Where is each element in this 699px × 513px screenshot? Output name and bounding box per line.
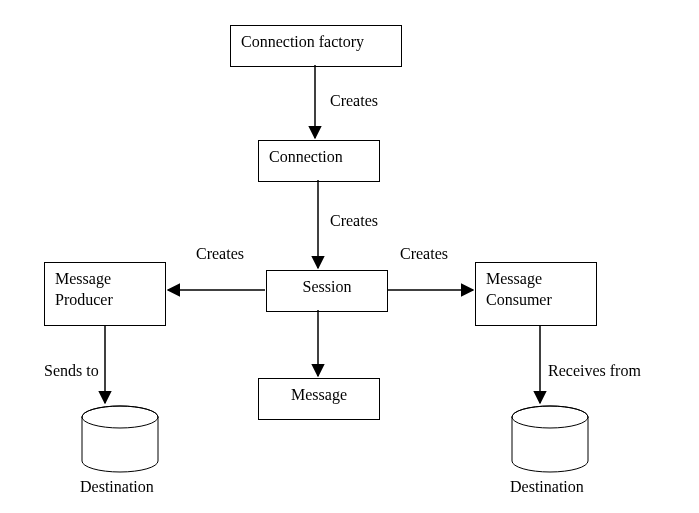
- box-message-label: Message: [291, 386, 347, 403]
- box-message-producer-label-1: Message: [55, 270, 111, 287]
- box-connection-label: Connection: [269, 148, 343, 165]
- edge-label-connection-session: Creates: [330, 212, 378, 230]
- cylinder-destination-left: [80, 405, 160, 475]
- edge-label-producer-dest: Sends to: [44, 362, 99, 380]
- box-connection: Connection: [258, 140, 380, 182]
- box-session-label: Session: [303, 278, 352, 295]
- edge-label-factory-connection: Creates: [330, 92, 378, 110]
- cylinder-destination-right: [510, 405, 590, 475]
- edge-label-consumer-dest: Receives from: [548, 362, 641, 380]
- jms-architecture-diagram: { "boxes": { "connection_factory": "Conn…: [0, 0, 699, 513]
- box-message-producer: Message Producer: [44, 262, 166, 326]
- box-message-consumer-label-2: Consumer: [486, 291, 552, 308]
- edge-label-session-producer: Creates: [196, 245, 244, 263]
- cylinder-left-label: Destination: [80, 478, 154, 496]
- cylinder-right-label: Destination: [510, 478, 584, 496]
- box-connection-factory: Connection factory: [230, 25, 402, 67]
- edge-label-session-consumer: Creates: [400, 245, 448, 263]
- box-message: Message: [258, 378, 380, 420]
- box-message-producer-label-2: Producer: [55, 291, 113, 308]
- box-session: Session: [266, 270, 388, 312]
- box-message-consumer-label-1: Message: [486, 270, 542, 287]
- box-connection-factory-label: Connection factory: [241, 33, 364, 50]
- box-message-consumer: Message Consumer: [475, 262, 597, 326]
